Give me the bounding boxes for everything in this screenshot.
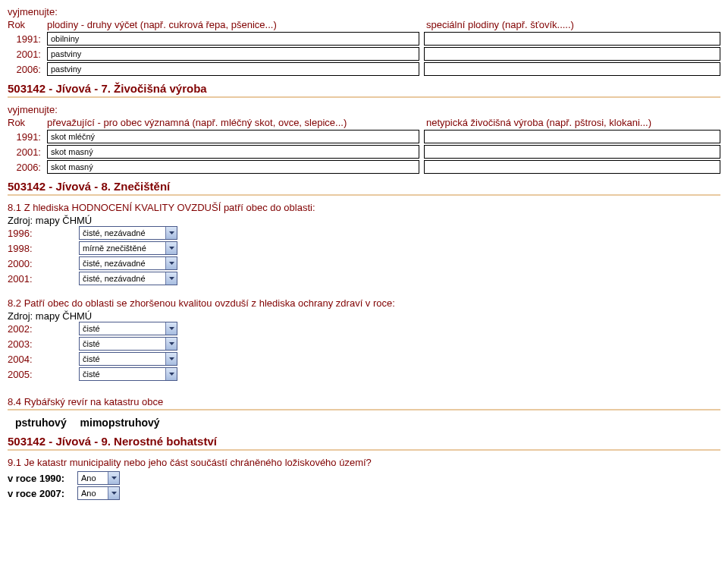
section-9-title: 503142 - Jívová - 9. Nerostné bohatství (8, 435, 720, 448)
q91-row: v roce 1990: Ano (8, 471, 720, 485)
q82-row: 2003: čisté (8, 337, 720, 351)
plodiny-col2-header: speciální plodiny (např. šťovík.....) (426, 19, 720, 30)
q81-row: 2000: čisté, nezávadné (8, 256, 720, 270)
svg-marker-0 (169, 231, 174, 234)
dropdown-value: čisté (80, 322, 165, 335)
q81-source: Zdroj: mapy ČHMÚ (8, 215, 720, 226)
vroce-label: v roce 2007: (8, 488, 77, 499)
divider (8, 96, 720, 98)
vyjmenujte-label: vyjmenujte: (8, 104, 720, 115)
dropdown-value: čisté, nezávadné (80, 257, 165, 269)
zivocisna-input-atyp[interactable] (424, 130, 720, 143)
vyjmenujte-label: vyjmenujte: (8, 6, 720, 17)
option-mimopstruhovy: mimopstruhový (80, 417, 160, 429)
q82-row: 2005: čisté (8, 367, 720, 381)
chevron-down-icon[interactable] (108, 472, 119, 484)
q91-text: 9.1 Je katastr municipality nebo jeho čá… (8, 457, 720, 468)
zivocisna-row: 2001: (8, 145, 720, 159)
plodiny-block: vyjmenujte: Rok plodiny - druhy výčet (n… (8, 6, 720, 76)
zivocisna-input-atyp[interactable] (424, 145, 720, 159)
plodiny-row: 2006: (8, 62, 720, 76)
zivocisna-header-row: Rok převažující - pro obec významná (nap… (8, 117, 720, 128)
year-label: 2005: (8, 369, 65, 380)
q82-dropdown[interactable]: čisté (79, 352, 177, 366)
q82-dropdown[interactable]: čisté (79, 322, 177, 335)
rok-header: Rok (8, 19, 47, 30)
q82-dropdown[interactable]: čisté (79, 337, 177, 351)
year-label: 2001: (8, 273, 65, 285)
plodiny-input-main[interactable] (47, 47, 419, 61)
q81-row: 1996: čisté, nezávadné (8, 226, 720, 240)
q81-dropdown[interactable]: čisté, nezávadné (79, 272, 177, 285)
dropdown-value: Ano (78, 472, 108, 484)
plodiny-input-special[interactable] (424, 47, 720, 61)
q82-text: 8.2 Patří obec do oblasti se zhoršenou k… (8, 297, 720, 309)
year-label: 2003: (8, 338, 65, 350)
q91-dropdown[interactable]: Ano (77, 486, 120, 500)
year-label: 2004: (8, 354, 65, 365)
zivocisna-col2-header: netypická živočišná výroba (např. pštros… (426, 117, 720, 128)
q81-row: 1998: mírně znečištěné (8, 241, 720, 255)
divider (8, 194, 720, 196)
svg-marker-2 (169, 262, 174, 265)
dropdown-value: čisté, nezávadné (80, 272, 165, 285)
plodiny-input-special[interactable] (424, 62, 720, 76)
plodiny-input-main[interactable] (47, 62, 419, 76)
chevron-down-icon[interactable] (108, 487, 119, 499)
svg-marker-7 (169, 373, 174, 376)
chevron-down-icon[interactable] (165, 353, 177, 365)
divider (8, 449, 720, 451)
zivocisna-row: 1991: (8, 130, 720, 143)
year-label: 1991: (8, 131, 47, 143)
zivocisna-row: 2006: (8, 160, 720, 174)
plodiny-row: 2001: (8, 47, 720, 61)
svg-marker-1 (169, 247, 174, 250)
zivocisna-input-main[interactable] (47, 145, 419, 159)
zivocisna-input-main[interactable] (47, 160, 419, 174)
dropdown-value: čisté, nezávadné (80, 227, 165, 239)
plodiny-row: 1991: (8, 32, 720, 46)
dropdown-value: čisté (80, 353, 165, 365)
divider (8, 409, 720, 410)
year-label: 1996: (8, 228, 65, 239)
q91-dropdown[interactable]: Ano (77, 471, 120, 485)
svg-marker-5 (169, 342, 174, 345)
vroce-label: v roce 1990: (8, 473, 77, 484)
svg-marker-9 (111, 492, 117, 495)
plodiny-col1-header: plodiny - druhy výčet (např. cukrová řep… (47, 19, 426, 30)
zivocisna-input-atyp[interactable] (424, 160, 720, 174)
chevron-down-icon[interactable] (165, 227, 177, 239)
q84-text: 8.4 Rybářský revír na katastru obce (8, 396, 720, 407)
zivocisna-col1-header: převažující - pro obec významná (např. m… (47, 117, 426, 128)
q81-dropdown[interactable]: mírně znečištěné (79, 241, 177, 255)
zivocisna-block: vyjmenujte: Rok převažující - pro obec v… (8, 104, 720, 174)
section-7-title: 503142 - Jívová - 7. Živočišná výroba (8, 82, 720, 95)
year-label: 2001: (8, 146, 47, 158)
dropdown-value: Ano (78, 487, 108, 499)
q81-dropdown[interactable]: čisté, nezávadné (79, 256, 177, 270)
chevron-down-icon[interactable] (165, 322, 177, 335)
chevron-down-icon[interactable] (165, 242, 177, 254)
q82-dropdown[interactable]: čisté (79, 367, 177, 381)
q84-options: pstruhový mimopstruhový (8, 417, 720, 429)
svg-marker-4 (169, 327, 174, 330)
chevron-down-icon[interactable] (165, 272, 177, 285)
chevron-down-icon[interactable] (165, 368, 177, 380)
zivocisna-input-main[interactable] (47, 130, 419, 143)
q81-dropdown[interactable]: čisté, nezávadné (79, 226, 177, 240)
rok-header: Rok (8, 117, 47, 128)
option-pstruhovy: pstruhový (15, 417, 67, 429)
year-label: 2002: (8, 323, 65, 335)
dropdown-value: čisté (80, 368, 165, 380)
year-label: 2006: (8, 64, 47, 75)
q82-source: Zdroj: mapy ČHMÚ (8, 310, 720, 322)
plodiny-input-special[interactable] (424, 32, 720, 46)
year-label: 2000: (8, 258, 65, 269)
chevron-down-icon[interactable] (165, 257, 177, 269)
q81-row: 2001: čisté, nezávadné (8, 272, 720, 285)
chevron-down-icon[interactable] (165, 338, 177, 350)
year-label: 1998: (8, 243, 65, 254)
dropdown-value: mírně znečištěné (80, 242, 165, 254)
q81-text: 8.1 Z hlediska HODNOCENÍ KVALITY OVZDUŠÍ… (8, 202, 720, 213)
plodiny-input-main[interactable] (47, 32, 419, 46)
